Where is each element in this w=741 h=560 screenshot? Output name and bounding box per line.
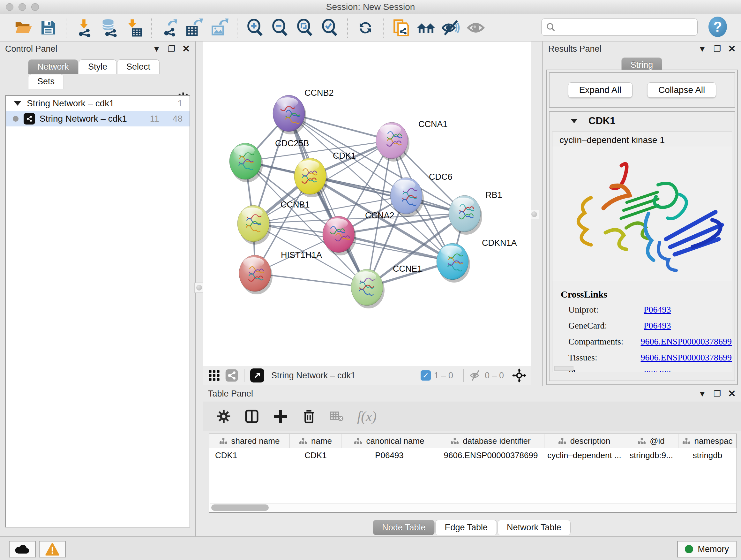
network-node-CDKN1A[interactable] bbox=[436, 243, 470, 283]
search-input[interactable] bbox=[559, 22, 697, 32]
table-cell[interactable]: CDK1 bbox=[209, 448, 290, 462]
crosslink-link[interactable]: P06493 bbox=[644, 368, 671, 372]
crosslink-link[interactable]: 9606.ENSP00000378699 bbox=[641, 336, 732, 347]
crosslink-link[interactable]: P06493 bbox=[644, 320, 671, 330]
network-node-CDK1[interactable] bbox=[294, 158, 328, 197]
save-session-button[interactable] bbox=[38, 17, 59, 38]
birds-eye-view-icon[interactable] bbox=[208, 369, 220, 382]
network-node-CCNE1[interactable] bbox=[351, 269, 385, 308]
crosslink-link[interactable]: 9606.ENSP00000378699 bbox=[641, 353, 732, 362]
table-settings-gear-icon[interactable] bbox=[217, 409, 231, 423]
network-node-CDC6[interactable] bbox=[390, 178, 424, 217]
expand-collection-icon[interactable] bbox=[14, 101, 21, 106]
entry-scrollbar[interactable] bbox=[554, 366, 574, 371]
export-image-button[interactable] bbox=[209, 17, 230, 38]
close-panel-icon[interactable]: ✕ bbox=[182, 44, 190, 54]
zoom-selected-button[interactable] bbox=[319, 17, 340, 38]
column-header-description[interactable]: description bbox=[544, 434, 624, 448]
tab-network-table[interactable]: Network Table bbox=[497, 520, 570, 535]
table-row[interactable]: CDK1CDK1P064939606.ENSP00000378699cyclin… bbox=[209, 448, 737, 462]
import-table-icon bbox=[125, 18, 143, 37]
pan-crosshair-icon[interactable] bbox=[512, 368, 526, 382]
open-in-window-icon[interactable] bbox=[250, 368, 264, 382]
table-cell[interactable]: CDK1 bbox=[290, 448, 341, 462]
add-column-plus-icon[interactable] bbox=[273, 409, 288, 424]
current-network-indicator bbox=[13, 116, 18, 122]
collapse-all-button[interactable]: Collapse All bbox=[647, 82, 716, 98]
network-node-RB1[interactable] bbox=[449, 195, 482, 235]
column-header-canonical-name[interactable]: canonical name bbox=[341, 434, 437, 448]
network-node-CCNB2[interactable] bbox=[273, 95, 307, 134]
tab-sets[interactable]: Sets bbox=[28, 74, 64, 89]
network-row[interactable]: String Network – cdk1 11 48 bbox=[6, 111, 190, 126]
help-button[interactable]: ? bbox=[709, 17, 727, 37]
show-columns-icon[interactable] bbox=[244, 409, 259, 424]
scrollbar-thumb[interactable] bbox=[211, 504, 269, 511]
float-panel-icon[interactable]: ❐ bbox=[714, 389, 721, 398]
expand-all-button[interactable]: Expand All bbox=[568, 82, 632, 98]
hidden-eye-icon[interactable] bbox=[469, 369, 482, 381]
float-panel-icon[interactable]: ❐ bbox=[168, 45, 175, 53]
tab-node-table[interactable]: Node Table bbox=[373, 520, 434, 535]
memory-button[interactable]: Memory bbox=[677, 541, 737, 557]
toolbar-search[interactable] bbox=[541, 18, 697, 36]
network-node-CDC25B[interactable] bbox=[229, 143, 263, 182]
collapse-panel-icon[interactable]: ▼ bbox=[152, 45, 161, 53]
copy-network-button[interactable] bbox=[391, 17, 412, 38]
import-table-from-file-button[interactable] bbox=[123, 17, 144, 38]
float-panel-icon[interactable]: ❐ bbox=[714, 45, 721, 53]
export-table-button[interactable] bbox=[184, 17, 205, 38]
table-cell[interactable]: cyclin–dependent ... bbox=[544, 448, 624, 462]
control-panel-tabs: NetworkStyleSelectSets bbox=[28, 59, 195, 89]
column-header-name[interactable]: name bbox=[290, 434, 341, 448]
tab-select[interactable]: Select bbox=[117, 59, 159, 74]
warnings-button[interactable] bbox=[39, 541, 66, 557]
network-node-HIST1H1A[interactable] bbox=[239, 255, 273, 294]
hide-selected-button[interactable] bbox=[441, 17, 461, 38]
gene-entry-header[interactable]: CDK1 bbox=[549, 112, 735, 130]
open-session-button[interactable] bbox=[13, 17, 34, 38]
zoom-fit-button[interactable] bbox=[294, 17, 315, 38]
apply-layout-button[interactable] bbox=[355, 17, 376, 38]
export-network-button[interactable] bbox=[159, 17, 180, 38]
selected-checkbox-icon[interactable]: ✓ bbox=[421, 370, 431, 381]
network-collection-row[interactable]: String Network – cdk1 1 bbox=[6, 96, 190, 111]
cloud-status-button[interactable] bbox=[9, 541, 36, 557]
network-node-CCNA1[interactable] bbox=[376, 122, 409, 162]
close-panel-icon[interactable]: ✕ bbox=[728, 44, 736, 54]
table-cell[interactable]: stringdb bbox=[678, 448, 737, 462]
table-cell[interactable]: P06493 bbox=[341, 448, 437, 462]
column-header-namespac[interactable]: namespac bbox=[678, 434, 737, 448]
network-canvas[interactable]: CCNB2CCNA1CDC25BCDK1CDC6RB1CCNB1CCNA2CDK… bbox=[203, 42, 531, 366]
collapse-entry-icon[interactable] bbox=[570, 119, 578, 123]
column-header--id[interactable]: @id bbox=[624, 434, 678, 448]
delete-table-icon[interactable] bbox=[330, 410, 344, 423]
collapse-panel-icon[interactable]: ▼ bbox=[698, 389, 706, 398]
show-all-button[interactable] bbox=[465, 17, 486, 38]
tab-edge-table[interactable]: Edge Table bbox=[435, 520, 497, 535]
first-neighbors-button[interactable] bbox=[415, 17, 436, 38]
table-cell[interactable]: 9606.ENSP00000378699 bbox=[437, 448, 544, 462]
zoom-out-button[interactable] bbox=[269, 17, 290, 38]
function-builder-icon[interactable]: f(x) bbox=[357, 408, 377, 425]
close-panel-icon[interactable]: ✕ bbox=[728, 389, 736, 398]
column-header-database-identifier[interactable]: database identifier bbox=[437, 434, 544, 448]
collapse-panel-icon[interactable]: ▼ bbox=[698, 45, 706, 53]
column-header-shared-name[interactable]: shared name bbox=[209, 434, 290, 448]
tab-network[interactable]: Network bbox=[28, 59, 78, 74]
zoom-in-button[interactable] bbox=[245, 17, 266, 38]
table-horizontal-scrollbar[interactable] bbox=[210, 503, 736, 511]
network-node-CCNA2[interactable] bbox=[323, 216, 356, 255]
table-cell[interactable]: stringdb:9... bbox=[624, 448, 678, 462]
splitter-handle[interactable] bbox=[194, 283, 204, 293]
import-network-from-database-button[interactable] bbox=[98, 17, 119, 38]
left-splitter[interactable] bbox=[196, 42, 203, 537]
crosslink-link[interactable]: P06493 bbox=[644, 305, 671, 314]
network-node-CCNB1[interactable] bbox=[238, 205, 271, 245]
node-count: 11 bbox=[150, 114, 159, 124]
tab-style[interactable]: Style bbox=[79, 59, 117, 74]
results-buttons-box: Expand All Collapse All bbox=[549, 72, 735, 108]
delete-column-trash-icon[interactable] bbox=[301, 409, 316, 424]
network-badge-icon[interactable] bbox=[225, 369, 239, 382]
import-network-from-file-button[interactable] bbox=[73, 17, 94, 38]
